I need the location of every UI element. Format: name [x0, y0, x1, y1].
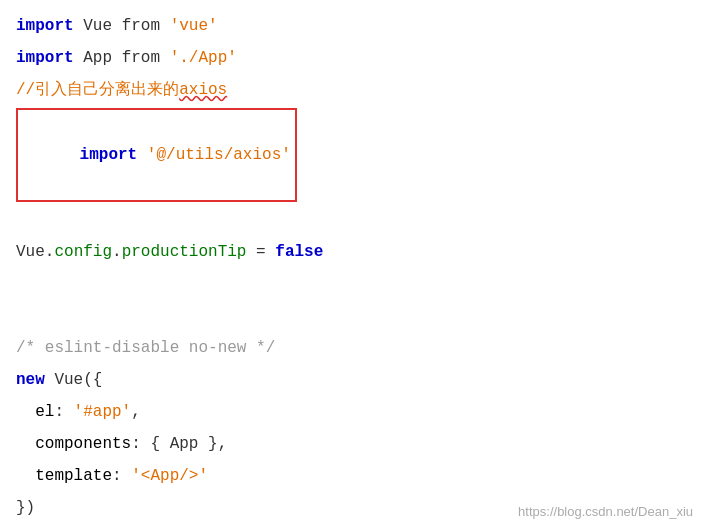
token-eslint-comment: /* eslint-disable no-new */: [16, 332, 275, 364]
token-template: template: [35, 460, 112, 492]
token-axios-path: '@/utils/axios': [147, 146, 291, 164]
token-app: App: [83, 42, 121, 74]
token-colon-1: :: [54, 396, 73, 428]
token-app-component: '<App/>': [131, 460, 208, 492]
code-line-8: el: '#app',: [16, 396, 689, 428]
token-import-1: import: [16, 10, 83, 42]
token-config: config: [54, 236, 112, 268]
token-app-str: './App': [170, 42, 237, 74]
watermark: https://blog.csdn.net/Dean_xiu: [518, 504, 693, 519]
code-line-3: //引入自己分离出来的axios: [16, 74, 689, 106]
token-axios-underline: axios: [179, 74, 227, 106]
empty-line-2: [16, 268, 689, 300]
code-line-2: import App from './App': [16, 42, 689, 74]
code-line-9: components: { App },: [16, 428, 689, 460]
token-false: false: [275, 236, 323, 268]
token-comma-1: ,: [131, 396, 141, 428]
token-vue: Vue: [83, 10, 121, 42]
token-components: components: [35, 428, 131, 460]
token-productiontip: productionTip: [122, 236, 247, 268]
token-dot1: .: [45, 236, 55, 268]
token-colon-2: : { App },: [131, 428, 227, 460]
token-equals: =: [246, 236, 275, 268]
token-new: new: [16, 364, 54, 396]
token-from-2: from: [122, 42, 170, 74]
token-from-1: from: [122, 10, 170, 42]
token-indent-1: [16, 396, 35, 428]
token-vue-str: 'vue': [170, 10, 218, 42]
token-closing: }): [16, 492, 35, 524]
token-app-hash: '#app': [74, 396, 132, 428]
token-indent-2: [16, 428, 35, 460]
code-line-1: import Vue from 'vue': [16, 10, 689, 42]
token-indent-3: [16, 460, 35, 492]
code-line-10: template: '<App/>': [16, 460, 689, 492]
token-colon-3: :: [112, 460, 131, 492]
token-vue-new: Vue({: [54, 364, 102, 396]
token-import-2: import: [16, 42, 83, 74]
empty-line-1: [16, 204, 689, 236]
token-el: el: [35, 396, 54, 428]
token-dot2: .: [112, 236, 122, 268]
highlighted-import-box: import '@/utils/axios': [16, 108, 297, 202]
token-vue-config: Vue: [16, 236, 45, 268]
token-import-3: import: [80, 146, 147, 164]
code-block: import Vue from 'vue' import App from '.…: [0, 0, 705, 527]
code-line-5: Vue.config.productionTip = false: [16, 236, 689, 268]
empty-line-3: [16, 300, 689, 332]
code-line-6: /* eslint-disable no-new */: [16, 332, 689, 364]
code-line-4: import '@/utils/axios': [16, 106, 689, 204]
code-line-7: new Vue({: [16, 364, 689, 396]
token-comment-1: //引入自己分离出来的: [16, 74, 179, 106]
